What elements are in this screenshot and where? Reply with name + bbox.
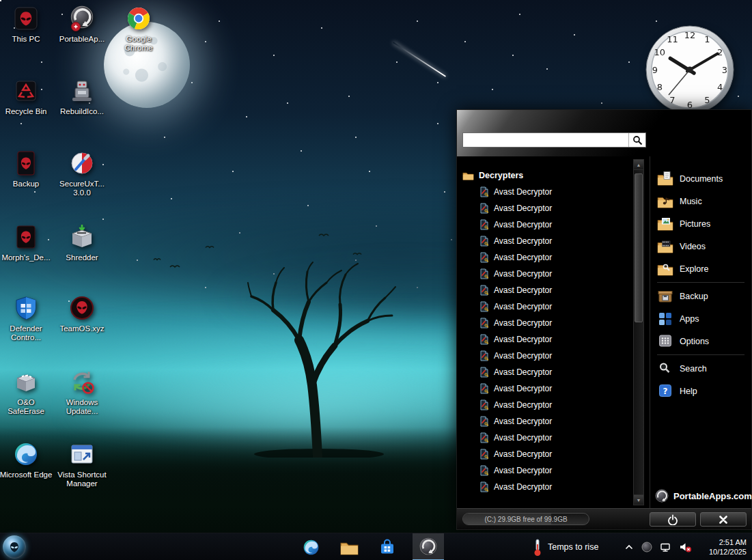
desktop-icon-vista-shortcut-manager[interactable]: Vista Shortcut Manager <box>55 440 109 488</box>
app-item-label: Avast Decryptor <box>494 384 552 393</box>
app-item-avast-decryptor[interactable]: Avast Decryptor <box>462 298 632 315</box>
desktop-icon-portableapps[interactable]: PortableAp... <box>55 4 109 44</box>
chrome-icon <box>124 4 153 33</box>
app-item-label: Avast Decryptor <box>494 236 552 246</box>
desktop-icon-microsoft-edge[interactable]: Microsoft Edge <box>0 440 53 479</box>
sidebar-item-explore[interactable]: Explore <box>657 257 751 280</box>
desktop-icon-label: Morph's_De... <box>1 253 50 262</box>
app-item-avast-decryptor[interactable]: Avast Decryptor <box>462 216 632 233</box>
sidebar-item-options[interactable]: Options <box>657 330 751 352</box>
app-item-avast-decryptor[interactable]: Avast Decryptor <box>462 479 632 495</box>
desktop-icon-oo-safeerase[interactable]: O&O SafeErase <box>0 367 53 416</box>
app-item-avast-decryptor[interactable]: Avast Decryptor <box>462 380 632 397</box>
tray-volume-muted-icon[interactable] <box>679 542 692 552</box>
search-input[interactable] <box>463 133 628 147</box>
scrollbar-thumb[interactable] <box>635 173 643 322</box>
desktop-icon-teamos[interactable]: TeamOS.xyz <box>55 294 109 333</box>
sidebar-item-backup[interactable]: Backup <box>657 285 751 307</box>
app-item-avast-decryptor[interactable]: Avast Decryptor <box>462 200 632 216</box>
weather-widget[interactable]: Temps to rise <box>527 533 604 560</box>
app-group-decrypters[interactable]: Decrypters <box>462 167 632 184</box>
taskbar-edge-icon[interactable] <box>295 533 326 560</box>
options-icon <box>657 334 673 348</box>
decryptor-file-icon <box>479 481 489 492</box>
tray-overflow-chevron-icon[interactable] <box>624 544 634 550</box>
desktop-icon-rebuildicons[interactable]: RebuildIco... <box>55 76 109 116</box>
sidebar-item-label: Music <box>680 197 702 206</box>
app-item-avast-decryptor[interactable]: Avast Decryptor <box>462 266 632 282</box>
app-item-avast-decryptor[interactable]: Avast Decryptor <box>462 462 632 479</box>
desktop-icon-recycle-bin[interactable]: Recycle Bin <box>0 76 53 116</box>
app-item-avast-decryptor[interactable]: Avast Decryptor <box>462 331 632 348</box>
decryptor-file-icon <box>479 318 489 328</box>
morphs-alien-icon <box>12 223 40 251</box>
desktop-icon-label: RebuildIco... <box>60 107 104 116</box>
menu-close-button[interactable] <box>700 512 747 527</box>
search-button[interactable] <box>628 133 645 147</box>
update-blocker-icon <box>68 367 96 396</box>
portableapps-icon <box>68 4 96 33</box>
svg-text:7: 7 <box>669 95 675 105</box>
decryptor-file-icon <box>479 350 489 361</box>
scroll-up-button[interactable]: ▲ <box>634 160 643 170</box>
sidebar-item-pictures[interactable]: Pictures <box>657 212 751 235</box>
help-icon: ? <box>657 384 673 398</box>
backup-alien-icon <box>12 149 40 178</box>
sidebar-separator <box>657 282 744 283</box>
taskbar-file-explorer-icon[interactable] <box>333 533 365 560</box>
desktop-icon-this-pc[interactable]: This PC <box>0 4 53 44</box>
app-item-avast-decryptor[interactable]: Avast Decryptor <box>462 348 632 364</box>
app-item-avast-decryptor[interactable]: Avast Decryptor <box>462 446 632 462</box>
app-item-avast-decryptor[interactable]: Avast Decryptor <box>462 315 632 331</box>
tray-network-icon[interactable] <box>660 542 671 552</box>
alienware-start-icon <box>8 540 21 554</box>
app-item-label: Avast Decryptor <box>494 351 552 361</box>
app-item-avast-decryptor[interactable]: Avast Decryptor <box>462 233 632 249</box>
sidebar-item-label: Apps <box>680 314 699 324</box>
app-item-avast-decryptor[interactable]: Avast Decryptor <box>462 249 632 266</box>
app-item-avast-decryptor[interactable]: Avast Decryptor <box>462 413 632 430</box>
sidebar-item-search[interactable]: Search <box>657 357 751 380</box>
taskbar-clock[interactable]: 2:51 AM 10/12/2025 <box>709 533 749 560</box>
portableapps-branding[interactable]: PortableApps.com <box>655 489 752 503</box>
sidebar-item-music[interactable]: Music <box>657 190 751 212</box>
svg-text:5: 5 <box>704 95 710 105</box>
desktop-icon-google-chrome[interactable]: Google Chrome <box>111 4 166 53</box>
decryptor-file-icon <box>479 203 489 214</box>
app-list-scrollbar[interactable]: ▲ ▼ <box>633 159 644 505</box>
desktop-icon-shredder[interactable]: Shredder <box>55 223 109 262</box>
sidebar-item-apps[interactable]: Apps <box>657 307 751 330</box>
desktop-icon-secureuxtheme[interactable]: SecureUxT... 3.0.0 <box>55 149 109 197</box>
tray-app-circle-icon[interactable] <box>641 542 652 552</box>
app-item-avast-decryptor[interactable]: Avast Decryptor <box>462 430 632 446</box>
desktop-icon-defender-control[interactable]: Defender Contro... <box>0 294 53 342</box>
thermometer-icon <box>533 538 542 557</box>
documents-icon <box>657 171 673 186</box>
svg-text:11: 11 <box>667 34 678 44</box>
app-item-avast-decryptor[interactable]: Avast Decryptor <box>462 397 632 413</box>
decryptor-file-icon <box>479 268 489 279</box>
svg-text:6: 6 <box>687 100 693 110</box>
teamos-icon <box>68 294 96 322</box>
app-item-label: Avast Decryptor <box>494 204 552 213</box>
power-button[interactable] <box>650 512 696 527</box>
bird <box>153 257 161 261</box>
app-item-avast-decryptor[interactable]: Avast Decryptor <box>462 184 632 200</box>
app-item-label: Avast Decryptor <box>494 253 552 262</box>
weather-label: Temps to rise <box>548 542 598 552</box>
search-icon <box>657 361 673 376</box>
app-item-avast-decryptor[interactable]: Avast Decryptor <box>462 282 632 298</box>
sidebar-item-documents[interactable]: Documents <box>657 167 751 190</box>
start-button[interactable] <box>3 535 26 559</box>
app-item-avast-decryptor[interactable]: Avast Decryptor <box>462 364 632 380</box>
pictures-icon <box>657 216 673 231</box>
desktop-icon-windows-update-blocker[interactable]: Windows Update... <box>55 367 109 416</box>
desktop-icon-morphs[interactable]: Morph's_De... <box>0 223 53 262</box>
taskbar-portableapps-icon[interactable] <box>413 533 444 560</box>
desktop-icon-backup[interactable]: Backup <box>0 149 53 188</box>
taskbar-microsoft-store-icon[interactable] <box>372 533 403 560</box>
sidebar-item-help[interactable]: ? Help <box>657 380 751 402</box>
scroll-down-button[interactable]: ▼ <box>634 494 643 505</box>
sidebar-item-videos[interactable]: Videos <box>657 235 751 257</box>
menu-sidebar: Documents Music Pictures Videos Explore <box>650 156 751 508</box>
